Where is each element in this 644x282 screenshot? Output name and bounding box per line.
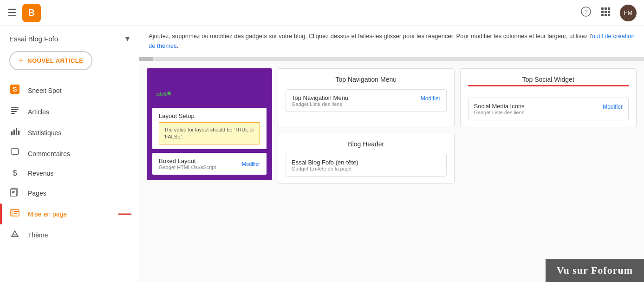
commentaires-icon	[9, 148, 20, 159]
svg-text:?: ?	[584, 8, 587, 15]
avatar-initials: FM	[624, 9, 633, 16]
svg-text:S: S	[13, 85, 17, 93]
svg-rect-9	[605, 14, 607, 16]
sidebar-item-statistiques-label: Statistiques	[28, 129, 61, 137]
header-right: ? FM	[581, 5, 637, 21]
blog-dropdown-icon[interactable]: ▾	[125, 33, 130, 44]
sidebar-item-theme-label: Thème	[28, 231, 48, 239]
top-social-gadget[interactable]: Social Media Icons Gadget Liste des lien…	[468, 98, 629, 120]
top-social-modify-button[interactable]: Modifier	[603, 104, 623, 110]
top-nav-gadget-info: Top Navigation Menu Gadget Liste des lie…	[292, 94, 348, 107]
mise-en-page-icon	[9, 208, 20, 220]
blog-header-gadget-name: Essai Blog Fofo (en-tête)	[292, 159, 358, 166]
blog-header-gadget-info: Essai Blog Fofo (en-tête) Gadget En-tête…	[292, 159, 358, 171]
scroll-thumb[interactable]	[139, 57, 153, 61]
svg-rect-14	[11, 109, 19, 110]
sneeit-icon: S	[9, 84, 20, 97]
theme-icon	[9, 229, 20, 241]
blog-selector[interactable]: Essai Blog Fofo ▾	[0, 26, 139, 47]
svg-rect-13	[11, 107, 19, 108]
svg-rect-21	[11, 149, 19, 154]
top-social-gadget-sub: Gadget Liste des liens	[474, 110, 525, 115]
svg-rect-15	[11, 111, 17, 112]
svg-rect-6	[605, 11, 607, 13]
sidebar-item-articles[interactable]: Articles	[0, 101, 139, 122]
header-left: ☰ B	[7, 4, 41, 22]
top-nav-title-wrap: Top Navigation Menu	[286, 75, 447, 84]
statistiques-icon	[9, 127, 20, 138]
user-avatar[interactable]: FM	[620, 5, 637, 21]
sidebar-item-theme[interactable]: Thème	[0, 224, 139, 245]
svg-rect-16	[11, 113, 15, 114]
top-nav-panel-title: Top Navigation Menu	[335, 76, 397, 87]
blog-header-panel-title: Blog Header	[348, 140, 384, 151]
revenus-icon: $	[9, 169, 20, 178]
svg-rect-4	[608, 7, 610, 10]
svg-rect-17	[11, 131, 13, 135]
blogger-logo: B	[22, 4, 41, 22]
top-nav-modify-button[interactable]: Modifier	[421, 95, 441, 102]
blog-header-panel: Blog Header Essai Blog Fofo (en-tête) Ga…	[278, 133, 455, 184]
layout-setup-message: The value for layout should be 'TRUE'or …	[159, 122, 260, 145]
sidebar-item-pages[interactable]: Pages	[0, 183, 139, 203]
sidebar-item-articles-label: Articles	[28, 108, 49, 116]
top-social-gadget-info: Social Media Icons Gadget Liste des lien…	[474, 103, 525, 115]
layout-setup-title: Layout Setup	[159, 112, 260, 119]
layout-setup-box: Layout Setup The value for layout should…	[152, 108, 267, 150]
scroll-bar	[139, 57, 644, 61]
pages-icon	[9, 187, 20, 199]
svg-rect-19	[16, 128, 17, 135]
sidebar-item-commentaires[interactable]: Commentaires	[0, 143, 139, 164]
svg-rect-2	[601, 7, 604, 10]
svg-rect-5	[601, 11, 604, 13]
boxed-layout-title: Boxed Layout	[159, 157, 216, 164]
svg-rect-3	[605, 7, 607, 10]
top-header: ☰ B ? FM	[0, 0, 644, 26]
blog-header-title-wrap: Blog Header	[286, 140, 447, 148]
boxed-layout-box[interactable]: Boxed Layout Gadget HTML/JavaScript Modi…	[152, 153, 267, 175]
boxed-layout-modify-button[interactable]: Modifier	[242, 161, 260, 167]
sidebar-item-revenus[interactable]: $ Revenus	[0, 164, 139, 183]
app-body: Essai Blog Fofo ▾ + NOUVEL ARTICLE S Sne…	[0, 26, 644, 282]
active-left-bar	[0, 203, 2, 224]
content-panels: Top Navigation Menu Top Navigation Menu …	[278, 68, 637, 184]
layout-area: colorlib■ Layout Setup The value for lay…	[139, 61, 644, 191]
svg-rect-29	[14, 213, 17, 214]
sidebar: Essai Blog Fofo ▾ + NOUVEL ARTICLE S Sne…	[0, 26, 139, 282]
blog-header-gadget[interactable]: Essai Blog Fofo (en-tête) Gadget En-tête…	[286, 154, 447, 177]
sidebar-item-statistiques[interactable]: Statistiques	[0, 122, 139, 143]
new-article-label: NOUVEL ARTICLE	[27, 57, 83, 64]
info-text-before: Ajoutez, supprimez ou modifiez des gadge…	[149, 33, 592, 39]
top-nav-gadget[interactable]: Top Navigation Menu Gadget Liste des lie…	[286, 89, 447, 112]
colorlib-dot: ■	[167, 89, 170, 97]
blogger-logo-letter: B	[28, 7, 35, 18]
sidebar-item-mise-en-page[interactable]: Mise en page	[0, 203, 139, 224]
svg-rect-8	[601, 14, 604, 16]
top-nav-gadget-sub: Gadget Liste des liens	[292, 101, 348, 107]
svg-rect-30	[13, 234, 17, 236]
articles-icon	[9, 106, 20, 118]
sidebar-item-mise-en-page-label: Mise en page	[28, 210, 67, 218]
plus-icon: +	[19, 56, 24, 66]
svg-rect-28	[14, 211, 19, 212]
sidebar-item-sneeit[interactable]: S Sneeit Spot	[0, 79, 139, 101]
help-icon[interactable]: ?	[581, 7, 591, 19]
top-nav-gadget-name: Top Navigation Menu	[292, 94, 348, 101]
top-social-title-wrap: Top Social Widget	[468, 75, 629, 92]
colorlib-logo: colorlib■	[156, 79, 263, 97]
top-navigation-panel: Top Navigation Menu Top Navigation Menu …	[278, 68, 455, 127]
grid-apps-icon[interactable]	[600, 7, 611, 19]
blog-name: Essai Blog Fofo	[9, 35, 58, 43]
info-banner: Ajoutez, supprimez ou modifiez des gadge…	[139, 26, 644, 57]
blog-header-gadget-sub: Gadget En-tête de la page	[292, 166, 358, 171]
svg-rect-18	[13, 130, 15, 135]
hamburger-menu-icon[interactable]: ☰	[7, 7, 17, 19]
colorlib-text: colorlib	[156, 92, 167, 97]
top-social-panel: Top Social Widget Social Media Icons Gad…	[460, 68, 637, 127]
new-article-button[interactable]: + NOUVEL ARTICLE	[9, 51, 92, 70]
info-text-after: .	[177, 42, 179, 49]
sidebar-item-revenus-label: Revenus	[28, 170, 53, 177]
svg-rect-20	[18, 131, 20, 135]
preview-panel: colorlib■ Layout Setup The value for lay…	[147, 68, 272, 181]
svg-rect-27	[11, 210, 13, 216]
